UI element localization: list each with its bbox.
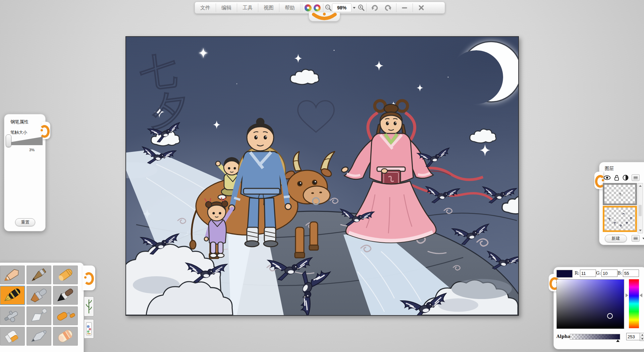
zoom-in-button[interactable] (358, 3, 365, 13)
hue-marker-left-icon[interactable] (626, 293, 628, 297)
tool-palette-handle[interactable] (83, 266, 95, 290)
toolbar-separator (413, 3, 413, 12)
tool-eraser[interactable] (53, 327, 78, 346)
menu-tools[interactable]: 工具 (237, 3, 258, 12)
rainbow-ring-icon[interactable] (314, 4, 321, 11)
layer-row-top[interactable] (603, 183, 637, 205)
color-cursor[interactable] (607, 313, 613, 319)
tool-fountain-pen[interactable] (0, 286, 25, 305)
alpha-slider[interactable] (570, 334, 620, 340)
pen-properties-panel: 钢笔属性 笔触大小 3% 重置 (4, 114, 46, 231)
redo-button[interactable] (381, 3, 395, 13)
layers-panel-handle[interactable] (594, 172, 603, 189)
saturation-value-field[interactable] (556, 279, 624, 329)
alpha-spinner (640, 333, 644, 341)
blue-label: B: (618, 271, 622, 276)
tool-ink-brush[interactable] (53, 286, 78, 305)
tool-metal-pen[interactable] (26, 327, 51, 346)
paint-application: { "toolbar": { "menus": ["文件", "编辑", "工具… (0, 0, 644, 352)
reset-button[interactable]: 重置 (15, 218, 35, 226)
orange-handle-icon (84, 272, 94, 285)
alpha-label: Alpha (556, 334, 571, 339)
layers-bottom-menu-button[interactable] (632, 235, 640, 242)
alpha-input[interactable] (626, 333, 641, 340)
current-color-swatch[interactable] (556, 270, 573, 278)
scroll-up-icon[interactable] (639, 185, 642, 187)
tool-palette-panel (0, 262, 84, 352)
unlock-icon[interactable] (614, 175, 620, 181)
red-input[interactable] (580, 270, 596, 277)
toolbar-separator (366, 3, 367, 12)
layer-controls (603, 174, 644, 181)
tool-airbrush[interactable] (0, 306, 25, 325)
layer-list-scrollbar[interactable] (638, 183, 643, 233)
layers-bottom-menu-caret[interactable] (642, 238, 644, 239)
new-layer-button[interactable]: 新建 (605, 235, 627, 242)
tool-grid (0, 266, 78, 346)
brush-size-slider-track[interactable] (7, 136, 43, 145)
stamp-tool-button[interactable] (84, 319, 94, 339)
layers-panel-title: 图层 (605, 166, 614, 172)
drawing-canvas[interactable]: 七 夕 (125, 36, 519, 316)
green-input[interactable] (601, 270, 618, 277)
menu-file[interactable]: 文件 (195, 3, 216, 12)
toolbar-separator (396, 3, 396, 12)
sketch-char-qi: 七 (138, 49, 179, 94)
spinner-down-icon[interactable] (640, 337, 644, 341)
tool-pencil[interactable] (0, 266, 25, 284)
red-label: R: (575, 271, 579, 276)
redo-icon (384, 4, 392, 11)
orange-dot-icon (84, 276, 87, 279)
alpha-marker-icon[interactable] (616, 340, 620, 342)
main-toolbar: 文件 编辑 工具 视图 帮助 98% (195, 2, 445, 14)
green-label: G: (596, 271, 601, 276)
brush-size-value: 3% (25, 148, 39, 152)
layer-thumbnail-birds (604, 208, 635, 230)
pen-panel-handle[interactable] (42, 122, 50, 139)
brush-size-slider-thumb[interactable] (6, 134, 11, 147)
stamp-icon (86, 321, 92, 337)
orange-dot-icon (41, 129, 43, 131)
qixi-artwork: 七 夕 (126, 37, 518, 315)
orange-handle-icon (39, 125, 50, 138)
menu-help[interactable]: 帮助 (279, 3, 301, 12)
tool-wood-pen[interactable] (26, 266, 51, 284)
hue-marker-right-icon[interactable] (640, 293, 642, 297)
toolbar-separator (323, 3, 323, 12)
close-button[interactable] (414, 3, 428, 13)
menu-view[interactable]: 视图 (258, 3, 279, 12)
zoom-out-icon (325, 4, 332, 11)
close-icon (418, 4, 425, 11)
tool-paint-roller[interactable] (53, 306, 78, 325)
minimize-icon (401, 4, 408, 11)
scroll-down-icon[interactable] (639, 230, 642, 231)
visibility-eye-icon[interactable] (603, 175, 611, 180)
bamboo-brush-button[interactable] (84, 296, 94, 316)
blend-half-circle-icon[interactable] (623, 175, 629, 181)
layer-list (603, 183, 637, 233)
pen-panel-title: 钢笔属性 (10, 119, 29, 125)
color-picker-panel: R: G: B: Alpha (553, 267, 644, 349)
tool-paint-jar[interactable] (0, 327, 25, 346)
bamboo-icon (86, 298, 92, 314)
tool-crayon[interactable] (53, 266, 78, 284)
layer-thumbnail-sketch (604, 185, 635, 203)
blue-input[interactable] (623, 270, 639, 277)
menu-edit[interactable]: 编辑 (216, 3, 237, 12)
toolbar-hide-tab[interactable] (309, 12, 340, 21)
zoom-dropdown-caret[interactable] (353, 7, 356, 9)
zoom-level-display[interactable]: 98% (332, 3, 352, 12)
spinner-up-icon[interactable] (640, 333, 644, 337)
hue-slider[interactable] (629, 279, 639, 328)
tool-flat-brush[interactable] (26, 286, 51, 305)
undo-icon (371, 4, 379, 11)
zoom-out-button[interactable] (325, 3, 332, 13)
layer-menu-button[interactable] (632, 174, 640, 181)
scrollbar-thumb[interactable] (639, 205, 642, 216)
tool-palette-knife[interactable] (26, 306, 51, 325)
rainbow-pen-icon[interactable] (305, 4, 312, 11)
minimize-button[interactable] (398, 3, 411, 13)
undo-button[interactable] (368, 3, 381, 13)
sketch-char-xi: 夕 (147, 86, 190, 133)
layer-row-active[interactable] (603, 206, 637, 232)
